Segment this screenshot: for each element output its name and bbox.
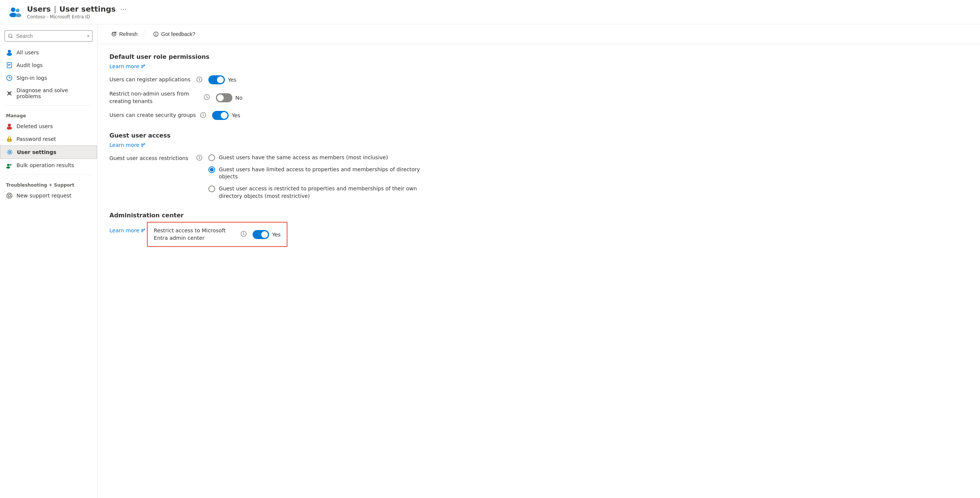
- restrict-tenants-label: Restrict non-admin users from creating t…: [110, 90, 199, 105]
- svg-line-21: [7, 195, 9, 195]
- radio-same-as-members[interactable]: Guest users have the same access as memb…: [208, 154, 423, 162]
- sidebar-item-signin-logs[interactable]: Sign-in logs: [0, 72, 97, 84]
- diagnose-icon: [6, 90, 13, 97]
- restrict-admin-label: Restrict access to Microsoft Entra admin…: [154, 227, 236, 242]
- security-groups-toggle[interactable]: [212, 111, 229, 120]
- sidebar-label-diagnose: Diagnose and solve problems: [16, 87, 91, 99]
- svg-point-5: [7, 53, 12, 56]
- radio-circle-1: [208, 154, 215, 161]
- svg-line-22: [11, 196, 12, 197]
- guest-restrictions-info-icon[interactable]: [196, 155, 202, 162]
- section3-title: Administration center: [110, 212, 423, 219]
- svg-line-23: [9, 197, 9, 198]
- sidebar-label-password-reset: Password reset: [16, 136, 56, 142]
- manage-section-label: Manage: [0, 109, 97, 120]
- guest-access-restrictions-row: Guest user access restrictions Guest use…: [110, 154, 423, 200]
- restrict-admin-info-icon[interactable]: [240, 231, 247, 238]
- sidebar-item-audit-logs[interactable]: Audit logs: [0, 59, 97, 72]
- sidebar-item-bulk-operations[interactable]: Bulk operation results: [0, 159, 97, 172]
- sidebar-item-password-reset[interactable]: Password reset: [0, 133, 97, 145]
- register-apps-value: Yes: [228, 77, 237, 83]
- setting-restrict-tenants: Restrict non-admin users from creating t…: [110, 90, 423, 105]
- sidebar-item-deleted-users[interactable]: Deleted users: [0, 120, 97, 133]
- radio-limited-access[interactable]: Guest users have limited access to prope…: [208, 166, 423, 181]
- restrict-tenants-info-icon[interactable]: [204, 94, 210, 101]
- sidebar-label-user-settings: User settings: [17, 149, 56, 155]
- svg-point-11: [8, 124, 11, 127]
- header-separator: |: [54, 5, 56, 13]
- svg-point-2: [16, 9, 19, 13]
- content-toolbar: Refresh Got feedback?: [97, 24, 980, 44]
- sidebar-label-all-users: All users: [16, 49, 39, 56]
- search-input[interactable]: [5, 30, 92, 41]
- setting-restrict-admin: Restrict access to Microsoft Entra admin…: [154, 227, 281, 242]
- toolbar-separator: [145, 30, 145, 38]
- password-icon: [6, 136, 13, 142]
- guest-access-radio-group: Guest users have the same access as memb…: [208, 154, 423, 200]
- svg-point-34: [199, 156, 200, 157]
- svg-point-14: [9, 140, 10, 141]
- refresh-button[interactable]: Refresh: [107, 29, 142, 39]
- register-apps-info-icon[interactable]: [196, 76, 202, 84]
- external-link-icon2: [141, 143, 145, 147]
- restrict-admin-toggle[interactable]: [253, 230, 269, 239]
- radio-circle-3: [208, 186, 215, 192]
- setting-security-groups: Users can create security groups Yes: [110, 111, 423, 120]
- svg-point-18: [6, 166, 10, 169]
- svg-point-3: [15, 13, 21, 17]
- register-apps-toggle-control: Yes: [208, 75, 237, 84]
- collapse-button[interactable]: «: [87, 33, 89, 38]
- radio-label-3: Guest user access is restricted to prope…: [219, 185, 423, 200]
- search-container: «: [5, 30, 92, 41]
- sidebar-label-bulk-operations: Bulk operation results: [16, 162, 74, 168]
- sidebar-item-all-users[interactable]: All users: [0, 46, 97, 59]
- register-apps-toggle[interactable]: [208, 75, 225, 84]
- security-groups-info-icon[interactable]: [200, 112, 206, 119]
- radio-label-2: Guest users have limited access to prope…: [219, 166, 423, 181]
- audit-icon: [6, 62, 13, 68]
- svg-rect-7: [8, 64, 11, 65]
- deleted-icon: [6, 123, 13, 130]
- svg-point-19: [7, 193, 12, 198]
- person-icon: [6, 49, 13, 56]
- support-icon: [6, 192, 13, 199]
- feedback-button[interactable]: Got feedback?: [148, 29, 200, 39]
- external-link-icon: [141, 64, 145, 68]
- settings-icon: [6, 149, 13, 156]
- header-text: Users | User settings ··· Contoso - Micr…: [27, 5, 127, 19]
- svg-line-24: [10, 193, 11, 195]
- sidebar-label-deleted-users: Deleted users: [16, 123, 53, 129]
- security-groups-toggle-control: Yes: [212, 111, 240, 120]
- restrict-tenants-toggle-control: No: [216, 93, 242, 102]
- section1-learn-more[interactable]: Learn more: [110, 63, 145, 69]
- setting-register-apps: Users can register applications Yes: [110, 75, 423, 84]
- restrict-tenants-value: No: [235, 95, 242, 101]
- register-apps-label: Users can register applications: [110, 76, 192, 84]
- restrict-admin-value: Yes: [272, 232, 281, 237]
- restrict-tenants-toggle[interactable]: [216, 93, 232, 102]
- content-area: Refresh Got feedback? Default user role …: [97, 24, 980, 498]
- svg-point-0: [11, 8, 15, 12]
- radio-circle-2: [208, 166, 215, 173]
- section2-title: Guest user access: [110, 132, 423, 139]
- sidebar-item-diagnose[interactable]: Diagnose and solve problems: [0, 84, 97, 102]
- section2-learn-more[interactable]: Learn more: [110, 142, 145, 148]
- refresh-icon: [111, 31, 117, 37]
- svg-point-26: [156, 33, 156, 33]
- svg-rect-8: [8, 65, 10, 66]
- bulk-icon: [6, 162, 13, 169]
- svg-point-36: [243, 232, 244, 233]
- section3-learn-more[interactable]: Learn more: [110, 228, 145, 234]
- sidebar-item-new-support[interactable]: New support request: [0, 189, 97, 202]
- section-admin-center: Administration center Learn more Restric…: [110, 212, 423, 247]
- feedback-label: Got feedback?: [161, 31, 195, 37]
- sidebar-item-user-settings[interactable]: User settings: [0, 145, 97, 159]
- users-header-icon: [8, 5, 22, 19]
- section-guest-access: Guest user access Learn more Guest user …: [110, 132, 423, 200]
- header-dots[interactable]: ···: [120, 5, 127, 13]
- sidebar-label-signin-logs: Sign-in logs: [16, 75, 47, 81]
- radio-restricted-access[interactable]: Guest user access is restricted to prope…: [208, 185, 423, 200]
- section-default-permissions: Default user role permissions Learn more…: [110, 53, 423, 120]
- external-link-icon3: [141, 228, 145, 233]
- restrict-admin-center-box: Restrict access to Microsoft Entra admin…: [147, 222, 288, 247]
